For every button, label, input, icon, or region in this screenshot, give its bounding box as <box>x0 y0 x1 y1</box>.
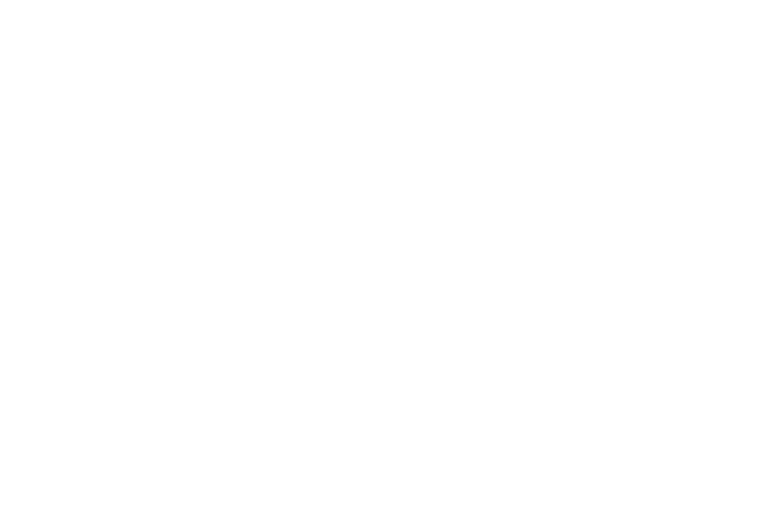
full-spectrum-plot <box>31 146 751 263</box>
line-fit-plot <box>581 29 735 130</box>
elixer-report-page <box>0 0 782 532</box>
